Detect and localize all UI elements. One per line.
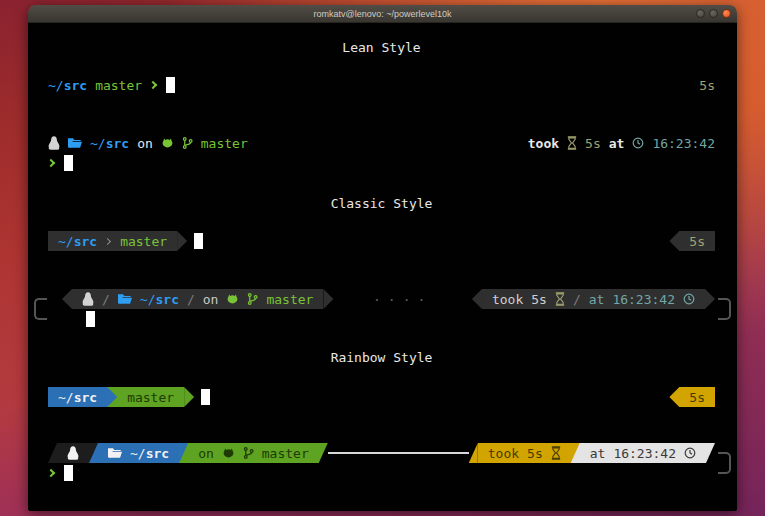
dir-name: src [64, 78, 87, 93]
powerline-arrow-icon [669, 231, 679, 251]
tux-icon [67, 446, 79, 460]
terminal-cursor [64, 465, 73, 481]
hourglass-icon [555, 292, 565, 306]
on-label: on [198, 446, 214, 461]
git-branch-name: master [127, 390, 174, 405]
octocat-icon [222, 447, 235, 460]
prompt-filler-dots: ···· [373, 292, 432, 307]
took-label: took [528, 136, 559, 151]
slant-separator-icon [89, 443, 98, 463]
classic-input-line [48, 309, 715, 329]
classic-right-segment: 5s [679, 231, 715, 251]
rainbow-time-segment: at 16:23:42 [580, 443, 706, 463]
rainbow-heading: Rainbow Style [331, 350, 433, 365]
git-branch-name: master [201, 136, 248, 151]
rainbow-full-prompt-row: ~/src on master took 5s [48, 443, 715, 463]
rainbow-short-prompt-row: ~/src master 5s [48, 387, 715, 407]
open-folder-icon [108, 447, 122, 459]
maximize-button[interactable] [709, 9, 718, 18]
git-branch-icon [243, 446, 254, 460]
dir-prefix: ~/ [140, 292, 156, 307]
git-branch-name: master [266, 292, 313, 307]
terminal-cursor [201, 389, 210, 405]
rainbow-duration-segment: took 5s [478, 443, 571, 463]
rainbow-git-segment: master [117, 387, 184, 407]
at-label: at [589, 292, 605, 307]
classic-heading-row: Classic Style [48, 193, 715, 213]
command-duration: 5s [527, 446, 543, 461]
took-label: took [488, 446, 519, 461]
lean-full-prompt-left: ~/src on master [48, 136, 248, 151]
lean-full-prompt-row: ~/src on master took 5s at 16:23:42 [48, 133, 715, 153]
window-title: romkatv@lenovo: ~/powerlevel10k [314, 9, 452, 19]
git-branch-icon [182, 136, 193, 150]
chevron-right-icon [47, 159, 55, 167]
classic-heading: Classic Style [331, 196, 433, 211]
prompt-frame-left [34, 298, 47, 320]
window-titlebar[interactable]: romkatv@lenovo: ~/powerlevel10k [28, 5, 737, 23]
clock-icon [632, 137, 644, 149]
powerline-arrow-icon [177, 231, 187, 251]
git-branch-name: master [262, 446, 309, 461]
tux-icon [82, 292, 94, 306]
powerline-arrow-icon [184, 387, 194, 407]
current-directory: ~/src [140, 292, 179, 307]
classic-full-prompt-row: / ~/src / on master ···· took 5s [48, 289, 715, 309]
dir-name: src [146, 446, 169, 461]
clock-icon [684, 447, 696, 459]
slant-separator-icon [48, 443, 57, 463]
tux-icon [48, 136, 60, 150]
segment-separator-icon [104, 237, 111, 244]
hourglass-icon [567, 136, 577, 150]
command-duration: 5s [689, 234, 705, 249]
terminal-cursor [86, 311, 95, 327]
terminal-cursor [64, 155, 73, 171]
dir-name: src [74, 234, 97, 249]
rainbow-duration-segment: 5s [679, 387, 715, 407]
minimize-button[interactable] [696, 9, 705, 18]
terminal-content[interactable]: Lean Style ~/src master 5s ~/src on mast… [28, 23, 737, 511]
took-label: took [492, 292, 523, 307]
open-folder-icon [68, 137, 82, 149]
dir-name: src [155, 292, 178, 307]
classic-left-segment: ~/src master [48, 231, 177, 251]
chevron-right-icon [47, 469, 55, 477]
classic-full-right-segment: took 5s / at 16:23:42 [482, 289, 705, 309]
current-directory: ~/src [58, 234, 97, 249]
current-directory: ~/src [130, 446, 169, 461]
command-duration: 5s [699, 78, 715, 93]
subsegment-separator: / [187, 292, 195, 307]
command-duration: 5s [689, 390, 705, 405]
close-button[interactable] [722, 9, 731, 18]
dir-prefix: ~/ [130, 446, 146, 461]
octocat-icon [161, 137, 174, 150]
terminal-cursor [194, 233, 203, 249]
rainbow-input-line [48, 463, 715, 483]
rainbow-dir-segment: ~/src [98, 443, 179, 463]
powerline-arrow-icon [472, 289, 482, 309]
command-duration: 5s [531, 292, 547, 307]
dir-prefix: ~/ [90, 136, 106, 151]
terminal-window: romkatv@lenovo: ~/powerlevel10k Lean Sty… [28, 5, 737, 511]
slant-separator-icon [469, 443, 478, 463]
prompt-frame-right [718, 452, 731, 474]
at-label: at [609, 136, 625, 151]
slant-separator-icon [319, 443, 328, 463]
dir-name: src [74, 390, 97, 405]
rainbow-heading-row: Rainbow Style [48, 347, 715, 367]
current-time: 16:23:42 [613, 446, 676, 461]
rainbow-dir-segment: ~/src [48, 387, 107, 407]
lean-heading: Lean Style [342, 40, 420, 55]
chevron-right-icon [149, 81, 157, 89]
current-directory: ~/src [90, 136, 129, 151]
on-label: on [203, 292, 219, 307]
on-label: on [137, 136, 153, 151]
dir-name: src [106, 136, 129, 151]
rainbow-os-segment [57, 443, 89, 463]
current-time: 16:23:42 [652, 136, 715, 151]
classic-short-prompt-row: ~/src master 5s [48, 231, 715, 251]
dir-prefix: ~/ [48, 78, 64, 93]
terminal-cursor [166, 77, 175, 93]
rainbow-git-segment: on master [188, 443, 319, 463]
powerline-arrow-icon [705, 289, 715, 309]
